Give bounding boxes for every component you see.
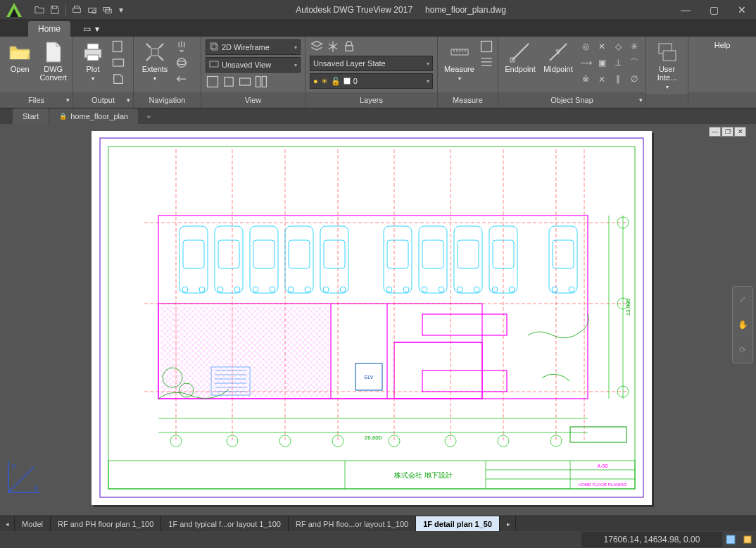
export-icon[interactable]	[111, 72, 125, 86]
lock-open-icon: 🔓	[331, 77, 341, 86]
layout-scroll-left[interactable]: ◂	[0, 516, 15, 531]
list-icon[interactable]	[479, 56, 493, 70]
plot-preview-icon[interactable]	[85, 3, 99, 17]
layout-scroll-right[interactable]: ▸	[501, 516, 516, 531]
endpoint-button[interactable]: Endpoint	[503, 39, 538, 73]
panel-title-osnap[interactable]: Object Snap▾	[498, 92, 645, 108]
panel-title-layers: Layers	[305, 92, 437, 108]
osnap-node-icon[interactable]: ✕	[595, 39, 609, 54]
layer-props-icon[interactable]	[310, 39, 324, 54]
plot-preview-small-icon[interactable]	[111, 56, 125, 70]
ui-button[interactable]: User Inte...▾	[650, 39, 683, 92]
visual-style-combo[interactable]: 2D Wireframe▾	[206, 39, 301, 55]
view-tool-4-icon[interactable]	[254, 75, 268, 89]
panel-title-output[interactable]: Output▾	[73, 92, 133, 108]
tab-addin[interactable]: ▭▾	[73, 21, 109, 37]
doc-min-button[interactable]: —	[709, 127, 721, 137]
svg-point-12	[177, 58, 187, 68]
tab-home[interactable]: Home	[28, 21, 70, 37]
orbit-icon[interactable]	[175, 56, 189, 70]
osnap-center-icon[interactable]: ◎	[579, 39, 593, 54]
layout-tab-model[interactable]: Model	[15, 516, 51, 531]
layer-state-combo[interactable]: Unsaved Layer State▾	[310, 56, 433, 71]
doc-restore-button[interactable]: ❐	[722, 127, 733, 137]
dwg-convert-button[interactable]: DWG Convert	[38, 39, 68, 82]
qat-dropdown-icon[interactable]: ▾	[116, 3, 126, 17]
doc-tab-add[interactable]: ＋	[139, 108, 158, 124]
osnap-tan-icon[interactable]: ⌒	[627, 56, 641, 70]
layer-combo[interactable]: ● ☀ 🔓 0▾	[310, 73, 433, 89]
title-bar: ▾ Autodesk DWG TrueView 2017 home_floor_…	[0, 0, 756, 19]
maximize-button[interactable]: ▢	[700, 0, 728, 19]
doc-tab-start[interactable]: Start	[13, 108, 49, 124]
app-logo[interactable]	[0, 0, 28, 19]
nav-bar[interactable]: ⤢ ✋ ⟳	[732, 286, 753, 363]
coordinates[interactable]: 17606.14, 14634.98, 0.00	[581, 532, 722, 547]
svg-rect-93	[422, 240, 443, 268]
batch-plot-icon[interactable]	[101, 3, 115, 17]
svg-point-98	[457, 287, 462, 292]
minimize-button[interactable]: —	[672, 0, 700, 19]
layer-lock-icon[interactable]	[342, 39, 356, 54]
ruler-icon	[448, 41, 471, 63]
svg-rect-96	[454, 226, 482, 293]
view-tool-2-icon[interactable]	[222, 75, 236, 89]
panel-title-files[interactable]: Files▾	[0, 92, 73, 108]
plot-icon[interactable]	[70, 3, 84, 17]
layout-tab-2[interactable]: 1F and typical f...or layout 1_100	[161, 516, 289, 531]
open-icon[interactable]	[32, 3, 46, 17]
svg-rect-89	[387, 240, 408, 268]
view-tool-3-icon[interactable]	[238, 75, 252, 89]
layer-freeze-icon[interactable]	[326, 39, 340, 54]
ucs-icon: YX	[4, 457, 44, 499]
save-icon[interactable]	[48, 3, 62, 17]
osnap-ins-icon[interactable]: ▣	[595, 56, 609, 70]
svg-text:HOME FLOOR PLANING: HOME FLOOR PLANING	[579, 482, 627, 487]
area-icon[interactable]	[479, 39, 493, 54]
svg-point-94	[422, 287, 427, 292]
layout-tab-1[interactable]: RF and PH floor plan 1_100	[51, 516, 161, 531]
layout-tab-active[interactable]: 1F detail plan 1_50	[416, 516, 500, 531]
doc-tab-file[interactable]: 🔒home_floor_plan	[49, 108, 138, 124]
svg-rect-73	[218, 240, 239, 268]
zoom-prev-icon[interactable]	[175, 72, 189, 86]
osnap-int-icon[interactable]: ✳	[627, 39, 641, 54]
extents-button[interactable]: Extents▾	[138, 39, 172, 83]
plot-button[interactable]: Plot▾	[77, 39, 108, 83]
svg-text:X: X	[34, 485, 39, 492]
doc-close-button[interactable]: ✕	[734, 127, 746, 137]
pan-icon[interactable]	[175, 39, 189, 54]
midpoint-button[interactable]: Midpoint	[541, 39, 576, 73]
zoom-extents-nav-icon[interactable]: ⤢	[739, 294, 746, 304]
svg-rect-122	[570, 427, 626, 442]
orbit-nav-icon[interactable]: ⟳	[739, 345, 746, 355]
canvas[interactable]: — ❐ ✕	[0, 124, 756, 516]
pan-nav-icon[interactable]: ✋	[738, 320, 748, 330]
svg-rect-81	[289, 240, 310, 268]
close-button[interactable]: ✕	[728, 0, 756, 19]
open-button[interactable]: Open	[4, 39, 35, 73]
svg-point-87	[340, 287, 346, 292]
svg-rect-76	[250, 226, 278, 293]
svg-rect-17	[208, 77, 218, 87]
osnap-perp-icon[interactable]: ⊥	[611, 56, 625, 70]
osnap-quad-icon[interactable]: ◇	[611, 39, 625, 54]
osnap-near-icon[interactable]: ※	[579, 72, 593, 86]
status-scale-icon[interactable]	[739, 531, 756, 548]
measure-button[interactable]: Measure▾	[442, 39, 477, 83]
svg-rect-11	[151, 49, 158, 56]
help-button[interactable]: Help	[708, 39, 736, 49]
view-tool-1-icon[interactable]	[206, 75, 220, 89]
page-setup-icon[interactable]	[111, 39, 125, 54]
osnap-appint-icon[interactable]: ⨯	[595, 72, 609, 86]
svg-text:ELV: ELV	[365, 375, 374, 380]
osnap-ext-icon[interactable]: ⟶	[579, 56, 593, 70]
status-paper-icon[interactable]	[722, 531, 739, 548]
svg-rect-27	[663, 51, 676, 61]
osnap-par-icon[interactable]: ∥	[611, 72, 625, 86]
layout-tab-3[interactable]: RF and PH floo...or layout 1_100	[289, 516, 416, 531]
svg-point-95	[439, 287, 444, 292]
named-view-combo[interactable]: Unsaved View▾	[206, 57, 301, 73]
osnap-none-icon[interactable]: ∅	[627, 72, 641, 86]
svg-point-75	[234, 287, 240, 292]
